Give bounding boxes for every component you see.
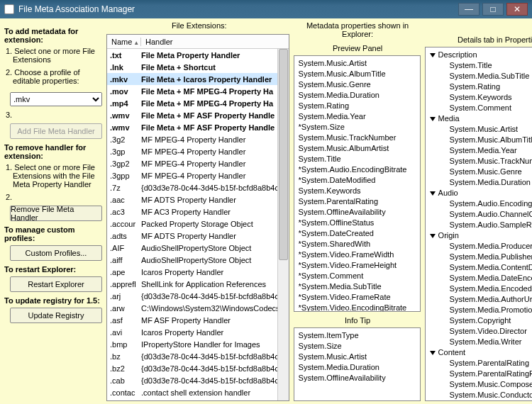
table-row[interactable]: .aviIcaros Property Handler: [107, 326, 289, 338]
list-item[interactable]: System.Media.PromotionUrl: [430, 305, 532, 315]
list-item[interactable]: System.Media.SubTitle: [430, 71, 532, 82]
list-item[interactable]: System.Video.Director: [430, 326, 532, 337]
table-row[interactable]: .aiffAudioShellPropertyStore Object: [107, 254, 289, 266]
table-row[interactable]: .bz2{d03d3e78-0c44-3d45-b15f-bcfd8a8b4c2: [107, 362, 289, 374]
table-row[interactable]: .accourPacked Property Storage Object: [107, 218, 289, 230]
list-item[interactable]: System.Media.ContentDistributor: [430, 262, 532, 273]
list-item[interactable]: System.Media.Publisher: [430, 252, 532, 262]
custom-profiles-button[interactable]: Custom Profiles...: [10, 245, 102, 261]
list-item[interactable]: System.Media.Duration: [430, 177, 532, 188]
table-row[interactable]: .ac3MF AC3 Property Handler: [107, 206, 289, 218]
scrollbar-thumb[interactable]: [279, 49, 288, 260]
list-item[interactable]: System.Media.Writer: [430, 337, 532, 347]
list-item[interactable]: System.ParentalRatingReason: [430, 369, 532, 379]
table-row[interactable]: .bz{d03d3e78-0c44-3d45-b15f-bcfd8a8b4c2: [107, 350, 289, 362]
list-item[interactable]: System.Keywords: [299, 186, 416, 196]
table-row[interactable]: .adtsMF ADTS Property Handler: [107, 230, 289, 242]
list-item[interactable]: System.Media.Year: [430, 145, 532, 156]
list-item[interactable]: *System.Audio.EncodingBitrate: [299, 164, 416, 175]
maximize-button[interactable]: □: [482, 3, 504, 16]
list-item[interactable]: *System.OfflineStatus: [299, 218, 416, 228]
list-item[interactable]: System.Title: [299, 154, 416, 164]
table-row[interactable]: .AIFAudioShellPropertyStore Object: [107, 242, 289, 254]
table-row[interactable]: .3gp2MF MPEG-4 Property Handler: [107, 157, 289, 169]
list-item[interactable]: System.ItemType: [299, 330, 416, 341]
list-item[interactable]: System.Media.Duration: [299, 90, 416, 101]
col-handler[interactable]: Handler: [141, 38, 289, 46]
table-row[interactable]: .arj{d03d3e78-0c44-3d45-b15f-bcfd8a8b4c2: [107, 290, 289, 302]
group-header[interactable]: Origin: [430, 230, 532, 241]
list-item[interactable]: System.Audio.EncodingBitrate: [430, 198, 532, 209]
list-item[interactable]: *System.SharedWith: [299, 239, 416, 249]
table-row[interactable]: .bmpIPropertyStore Handler for Images: [107, 338, 289, 350]
table-row[interactable]: .mkvFile Meta + Icaros Property Handler: [107, 73, 289, 85]
list-item[interactable]: System.Music.Conductor: [430, 390, 532, 400]
list-item[interactable]: System.Music.ContentGroupDesc: [430, 400, 532, 401]
table-row[interactable]: .cab{d03d3e78-0c44-3d45-b15f-bcfd8a8b4c2: [107, 374, 289, 386]
restart-explorer-button[interactable]: Restart Explorer: [10, 276, 102, 292]
list-item[interactable]: System.Music.TrackNumber: [299, 133, 416, 143]
table-row[interactable]: .appreflShellLink for Application Refere…: [107, 278, 289, 290]
table-row[interactable]: .txtFile Meta Property Handler: [107, 49, 289, 61]
list-item[interactable]: System.Media.EncodedBy: [430, 284, 532, 294]
table-row[interactable]: .3g2MF MPEG-4 Property Handler: [107, 133, 289, 145]
list-item[interactable]: System.Music.Genre: [299, 79, 416, 90]
list-item[interactable]: System.Music.TrackNumber: [430, 156, 532, 167]
table-row[interactable]: .7z{d03d3e78-0c44-3d45-b15f-bcfd8a8b4c2: [107, 181, 289, 193]
list-item[interactable]: System.OfflineAvailability: [299, 207, 416, 218]
table-row[interactable]: .cplWindows Shell: [107, 398, 289, 400]
extensions-list[interactable]: Name▲ Handler .txtFile Meta Property Han…: [106, 34, 289, 401]
group-header[interactable]: Media: [430, 113, 532, 124]
details-list[interactable]: DescriptionSystem.TitleSystem.Media.SubT…: [425, 47, 532, 401]
profile-select[interactable]: .mkv: [10, 92, 102, 106]
table-row[interactable]: .movFile Meta + MF MPEG-4 Property Ha: [107, 85, 289, 97]
list-item[interactable]: System.Music.Artist: [299, 58, 416, 69]
list-item[interactable]: *System.DateModified: [299, 175, 416, 186]
list-item[interactable]: System.Music.AlbumTitle: [430, 135, 532, 145]
add-handler-button[interactable]: Add File Meta Handler: [10, 123, 102, 139]
list-item[interactable]: *System.Video.FrameRate: [299, 292, 416, 303]
scrollbar[interactable]: [277, 49, 289, 400]
list-item[interactable]: System.ParentalRating: [430, 358, 532, 369]
list-item[interactable]: System.Copyright: [430, 315, 532, 326]
minimize-button[interactable]: —: [458, 3, 480, 16]
list-item[interactable]: System.Music.Artist: [299, 352, 416, 362]
list-item[interactable]: System.Media.AuthorUrl: [430, 294, 532, 305]
list-item[interactable]: System.Audio.SampleRate: [430, 220, 532, 230]
table-row[interactable]: .contac.contact shell extension handler: [107, 386, 289, 398]
table-row[interactable]: .aacMF ADTS Property Handler: [107, 193, 289, 206]
list-item[interactable]: System.Rating: [430, 82, 532, 92]
list-item[interactable]: *System.Size: [299, 122, 416, 133]
list-item[interactable]: System.Media.Year: [299, 111, 416, 122]
list-item[interactable]: System.Size: [299, 341, 416, 352]
list-item[interactable]: System.Title: [430, 60, 532, 71]
list-item[interactable]: System.Media.DateEncoded: [430, 273, 532, 284]
table-row[interactable]: .mp4File Meta + MF MPEG-4 Property Ha: [107, 97, 289, 109]
list-item[interactable]: System.OfflineAvailability: [299, 373, 416, 383]
group-header[interactable]: Audio: [430, 188, 532, 198]
table-row[interactable]: .3gpMF MPEG-4 Property Handler: [107, 145, 289, 157]
group-header[interactable]: Description: [430, 50, 532, 60]
infotip-list[interactable]: System.ItemTypeSystem.SizeSystem.Music.A…: [294, 327, 421, 401]
list-item[interactable]: *System.Video.EncodingBitrate: [299, 303, 416, 312]
list-item[interactable]: System.Comment: [430, 103, 532, 113]
table-row[interactable]: .apeIcaros Property Handler: [107, 266, 289, 278]
list-item[interactable]: System.ParentalRating: [299, 196, 416, 207]
list-item[interactable]: System.Music.AlbumTitle: [299, 69, 416, 79]
list-item[interactable]: *System.Video.FrameWidth: [299, 249, 416, 260]
table-row[interactable]: .3gppMF MPEG-4 Property Handler: [107, 169, 289, 181]
table-row[interactable]: .asfMF ASF Property Handler: [107, 314, 289, 326]
list-item[interactable]: System.Keywords: [430, 92, 532, 103]
list-item[interactable]: System.Music.AlbumArtist: [299, 143, 416, 154]
table-row[interactable]: .lnkFile Meta + Shortcut: [107, 61, 289, 73]
list-item[interactable]: System.Media.Duration: [299, 362, 416, 373]
list-item[interactable]: System.Rating: [299, 101, 416, 111]
list-item[interactable]: System.Music.Artist: [430, 124, 532, 135]
list-item[interactable]: *System.Comment: [299, 271, 416, 281]
list-item[interactable]: *System.DateCreated: [299, 228, 416, 239]
group-header[interactable]: Content: [430, 347, 532, 358]
table-row[interactable]: .wmvFile Meta + MF ASF Property Handle: [107, 109, 289, 121]
preview-list[interactable]: System.Music.ArtistSystem.Music.AlbumTit…: [294, 55, 421, 312]
table-row[interactable]: .wmvFile Meta + MF ASF Property Handle: [107, 121, 289, 133]
table-row[interactable]: .arwC:\Windows\System32\WindowsCodecsR: [107, 302, 289, 314]
